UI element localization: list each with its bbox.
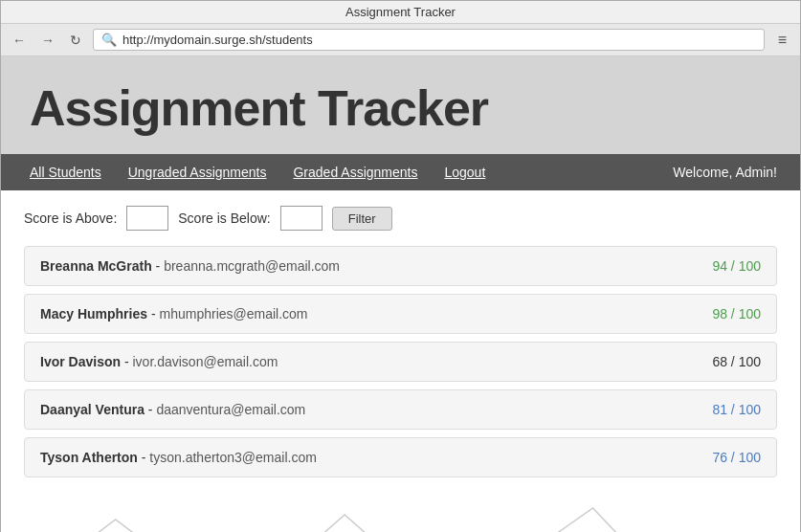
student-name: Macy Humphries <box>40 306 147 321</box>
student-name: Tyson Atherton <box>40 450 138 465</box>
student-email: daanventura@email.com <box>156 402 305 417</box>
student-info: Macy Humphries - mhumphries@email.com <box>40 306 308 321</box>
page-header: Assignment Tracker <box>1 56 800 154</box>
search-icon: 🔍 <box>101 33 117 47</box>
filter-bar: Score is Above: Score is Below: Filter <box>24 206 777 231</box>
student-name: Ivor Davison <box>40 354 121 369</box>
filter-button[interactable]: Filter <box>332 207 392 231</box>
student-email: breanna.mcgrath@email.com <box>164 258 340 274</box>
student-score: 98 / 100 <box>712 306 761 321</box>
bottom-wave <box>1 500 800 532</box>
title-bar: Assignment Tracker <box>1 1 800 24</box>
student-row[interactable]: Macy Humphries - mhumphries@email.com98 … <box>24 294 777 334</box>
welcome-text: Welcome, Admin! <box>665 155 785 189</box>
student-info: Tyson Atherton - tyson.atherton3@email.c… <box>40 450 317 465</box>
student-row[interactable]: Daanyal Ventura - daanventura@email.com8… <box>24 389 777 430</box>
nav-ungraded-assignments[interactable]: Ungraded Assignments <box>115 155 280 189</box>
refresh-button[interactable]: ↻ <box>66 31 85 50</box>
nav-all-students[interactable]: All Students <box>16 155 115 189</box>
main-content: Score is Above: Score is Below: Filter B… <box>1 190 800 500</box>
student-score: 68 / 100 <box>712 354 761 369</box>
student-score: 81 / 100 <box>712 402 761 417</box>
student-email: ivor.davison@email.com <box>132 354 278 369</box>
address-bar-wrap: 🔍 <box>93 29 765 51</box>
address-input[interactable] <box>122 33 756 47</box>
student-info: Daanyal Ventura - daanventura@email.com <box>40 402 305 417</box>
score-above-input[interactable] <box>126 206 168 231</box>
nav-bar: All Students Ungraded Assignments Graded… <box>1 154 800 190</box>
student-name: Daanyal Ventura <box>40 402 145 417</box>
student-row[interactable]: Ivor Davison - ivor.davison@email.com68 … <box>24 342 777 382</box>
browser-chrome: ← → ↻ 🔍 ≡ <box>1 24 800 56</box>
menu-button[interactable]: ≡ <box>772 30 792 51</box>
student-score: 76 / 100 <box>712 450 761 465</box>
student-email: mhumphries@email.com <box>160 306 308 321</box>
score-above-label: Score is Above: <box>24 211 117 226</box>
score-below-input[interactable] <box>280 206 323 231</box>
score-below-label: Score is Below: <box>178 211 270 226</box>
student-row[interactable]: Breanna McGrath - breanna.mcgrath@email.… <box>24 246 777 286</box>
student-row[interactable]: Tyson Atherton - tyson.atherton3@email.c… <box>24 437 777 477</box>
nav-logout[interactable]: Logout <box>431 155 499 189</box>
forward-button[interactable]: → <box>37 31 58 50</box>
students-list: Breanna McGrath - breanna.mcgrath@email.… <box>24 246 777 477</box>
title-bar-label: Assignment Tracker <box>345 5 456 19</box>
page-title: Assignment Tracker <box>30 79 771 137</box>
student-email: tyson.atherton3@email.com <box>149 450 317 465</box>
student-info: Breanna McGrath - breanna.mcgrath@email.… <box>40 258 340 274</box>
student-score: 94 / 100 <box>712 258 761 274</box>
back-button[interactable]: ← <box>9 31 30 50</box>
student-info: Ivor Davison - ivor.davison@email.com <box>40 354 278 369</box>
nav-graded-assignments[interactable]: Graded Assignments <box>279 155 431 189</box>
student-name: Breanna McGrath <box>40 258 152 274</box>
